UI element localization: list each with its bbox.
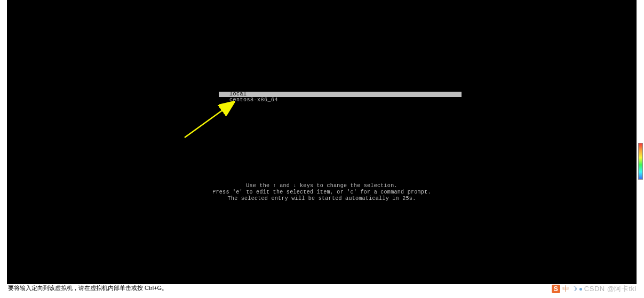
vmware-status-bar: 要将输入定向到该虚拟机，请在虚拟机内部单击或按 Ctrl+G。 xyxy=(7,284,637,292)
watermark-dot-icon xyxy=(579,288,582,291)
help-line-1: Use the ↑ and ↓ keys to change the selec… xyxy=(7,183,637,189)
boot-menu-item[interactable]: centos8-x86_64 xyxy=(219,97,462,103)
watermark-text: CSDN @阿卡tki xyxy=(584,284,637,294)
watermark: S 中 ☽ CSDN @阿卡tki xyxy=(552,284,637,294)
grub-boot-menu[interactable]: local centos8-x86_64 xyxy=(219,92,462,103)
help-line-3: The selected entry will be started autom… xyxy=(7,196,637,202)
svg-line-1 xyxy=(185,103,233,138)
watermark-badge-icon: S xyxy=(552,285,560,293)
watermark-ime-icon: 中 xyxy=(562,284,569,294)
boot-menu-item-selected[interactable]: local xyxy=(219,92,462,97)
status-message: 要将输入定向到该虚拟机，请在虚拟机内部单击或按 Ctrl+G。 xyxy=(8,285,168,291)
help-line-2: Press 'e' to edit the selected item, or … xyxy=(7,189,637,196)
vm-console-screen[interactable]: local centos8-x86_64 Use the ↑ and ↓ key… xyxy=(7,0,637,284)
side-color-indicator xyxy=(638,143,643,180)
annotation-arrow-icon xyxy=(182,98,246,140)
boot-help-text: Use the ↑ and ↓ keys to change the selec… xyxy=(7,183,637,202)
watermark-moon-icon: ☽ xyxy=(571,285,577,293)
